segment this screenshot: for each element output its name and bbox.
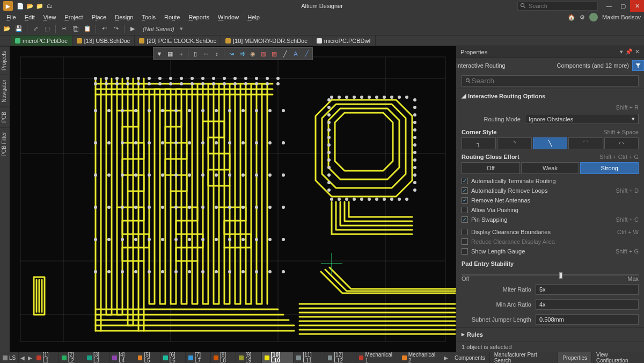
layer-set-button[interactable]: LS (0, 352, 19, 363)
zoom-selected-icon[interactable]: ⬚ (42, 24, 52, 34)
next-layer-button[interactable]: ▶ (26, 352, 34, 363)
properties-search[interactable] (462, 75, 639, 86)
menu-route[interactable]: Route (160, 13, 184, 21)
object-filter-button[interactable] (632, 60, 644, 71)
chevron-down-icon[interactable]: ▾ (180, 25, 183, 32)
panel-tab[interactable]: View Configuration (591, 352, 644, 363)
checkbox[interactable] (462, 187, 468, 194)
checkbox[interactable] (462, 229, 468, 235)
group-routing-options[interactable]: ◢Interactive Routing Options (456, 89, 644, 103)
menu-tools[interactable]: Tools (137, 13, 160, 21)
properties-search-input[interactable] (472, 77, 635, 85)
home-icon[interactable]: 🏠 (568, 14, 575, 21)
checkbox-row[interactable]: Display Clearance BoundariesCtrl + W (462, 227, 639, 237)
global-search[interactable] (517, 2, 598, 11)
menu-view[interactable]: View (39, 13, 61, 21)
pcb-canvas[interactable]: ▼ ▦ ＋ ▯ ↔ ↕ ↝ ⇉ ◉ ▧ ▨ ╱ A ╱ (10, 46, 456, 352)
layer-tab[interactable]: Mechanical 1 (356, 352, 399, 363)
text-icon[interactable]: A (291, 49, 301, 59)
undo-icon[interactable]: ↶ (99, 24, 109, 34)
close-button[interactable]: ✕ (630, 0, 644, 12)
layer-tab[interactable]: [11] L11 (294, 352, 325, 363)
layer-tab[interactable]: [4] L4 (109, 352, 135, 363)
doc-tab[interactable]: microPC.PCBDwf (312, 35, 376, 46)
corner-90-button[interactable]: ┐ (462, 137, 496, 149)
new-icon[interactable]: 📄 (16, 2, 25, 10)
zoom-fit-icon[interactable]: ⤢ (31, 24, 40, 34)
menu-place[interactable]: Place (87, 13, 111, 21)
checkbox-row[interactable]: Pin SwappingShift + C (462, 215, 639, 224)
menu-help[interactable]: Help (243, 13, 264, 21)
subnet-input[interactable]: 0.508mm (536, 314, 639, 325)
align-h-icon[interactable]: ↔ (201, 49, 211, 59)
checkbox-row[interactable]: Allow Via Pushing (462, 205, 639, 215)
checkbox[interactable] (462, 178, 468, 184)
panel-tab[interactable]: Properties (558, 352, 591, 363)
poly-icon[interactable]: ▨ (269, 49, 279, 59)
minimize-button[interactable]: — (602, 0, 616, 12)
panel-tab[interactable]: Components (450, 352, 489, 363)
doc-tab[interactable]: [20] PCIE CLOCK.SchDoc (135, 35, 221, 46)
user-avatar[interactable] (589, 13, 598, 21)
explorer-icon[interactable]: 🗂 (45, 2, 54, 10)
side-tab[interactable]: Projects (0, 46, 10, 75)
layer-tab[interactable]: [2] L2 (59, 352, 84, 363)
side-tab[interactable]: PCB (0, 107, 10, 127)
corner-any-button[interactable]: ╲ (533, 137, 567, 149)
prev-layer-button[interactable]: ◀ (19, 352, 26, 363)
gloss-off-button[interactable]: Off (462, 162, 520, 174)
routing-mode-select[interactable]: Ignore Obstacles▾ (525, 114, 639, 124)
layer-tab[interactable]: [12] L12 (325, 352, 356, 363)
gloss-weak-button[interactable]: Weak (521, 162, 580, 174)
minarc-input[interactable]: 4x (536, 299, 639, 310)
corner-arc45-button[interactable]: ⌒ (568, 137, 603, 149)
checkbox-row[interactable]: Remove Net Antennas (462, 195, 639, 205)
checkbox[interactable] (462, 197, 468, 204)
doc-tab[interactable]: [13] USB.SchDoc (72, 35, 135, 46)
route-icon[interactable]: ↝ (226, 49, 236, 59)
script-icon[interactable]: ▶ (128, 24, 137, 34)
layer-tab[interactable]: Mechanical 2 (399, 352, 442, 363)
save-icon[interactable]: 💾 (14, 24, 24, 34)
line-icon[interactable]: ╱ (280, 49, 290, 59)
corner-45-button[interactable]: ⸌ (497, 137, 531, 149)
filter-icon[interactable]: ▼ (155, 49, 164, 59)
corner-arc90-button[interactable]: ◠ (604, 137, 639, 149)
plus-icon[interactable]: ＋ (176, 49, 186, 59)
pcb-active-bar[interactable]: ▼ ▦ ＋ ▯ ↔ ↕ ↝ ⇉ ◉ ▧ ▨ ╱ A ╱ (153, 47, 313, 60)
menu-window[interactable]: Window (214, 13, 243, 21)
pin-icon[interactable]: 📌 (625, 48, 633, 55)
align-left-icon[interactable]: ▯ (191, 49, 200, 59)
side-tab[interactable]: Navigator (0, 75, 10, 107)
cut-icon[interactable]: ✂ (59, 24, 69, 34)
doc-tab[interactable]: [10] MEMORY-DDR.SchDoc (221, 35, 312, 46)
paste-icon[interactable]: 📋 (83, 24, 92, 34)
pad-entry-slider[interactable] (462, 271, 639, 272)
checkbox[interactable] (462, 207, 468, 213)
menu-file[interactable]: File (2, 13, 20, 21)
open-icon[interactable]: 📂 (2, 24, 12, 34)
checkbox-row[interactable]: Show Length GaugeShift + G (462, 246, 639, 256)
layer-tab[interactable]: [3] L3 (84, 352, 109, 363)
doc-tab[interactable]: microPC.PcbDoc (11, 35, 72, 46)
panel-tab[interactable]: Manufacturer Part Search (489, 352, 558, 363)
layer-tab[interactable]: [10] L10 (262, 352, 294, 363)
align-v-icon[interactable]: ↕ (212, 49, 222, 59)
checkbox[interactable] (462, 216, 468, 223)
gloss-strong-button[interactable]: Strong (580, 162, 639, 174)
side-tab[interactable]: PCB Filter (0, 127, 10, 161)
checkbox-row[interactable]: Automatically Remove LoopsShift + D (462, 186, 639, 195)
maximize-button[interactable]: ▢ (616, 0, 630, 12)
layer-tab[interactable]: [9] L9 (236, 352, 261, 363)
user-name[interactable]: Maxim Borisov (602, 14, 641, 20)
close-panel-icon[interactable]: ✕ (635, 48, 640, 55)
global-search-input[interactable] (529, 3, 588, 9)
fill-icon[interactable]: ▧ (259, 49, 268, 59)
miter-input[interactable]: 5x (536, 284, 639, 295)
redo-icon[interactable]: ↷ (111, 24, 121, 34)
diff-pair-icon[interactable]: ⇉ (237, 49, 247, 59)
gear-icon[interactable]: ⚙ (580, 14, 585, 21)
copy-icon[interactable]: ⿻ (71, 24, 80, 34)
checkbox-row[interactable]: Automatically Terminate Routing (462, 176, 639, 186)
dropdown-icon[interactable]: ▾ (620, 48, 623, 55)
